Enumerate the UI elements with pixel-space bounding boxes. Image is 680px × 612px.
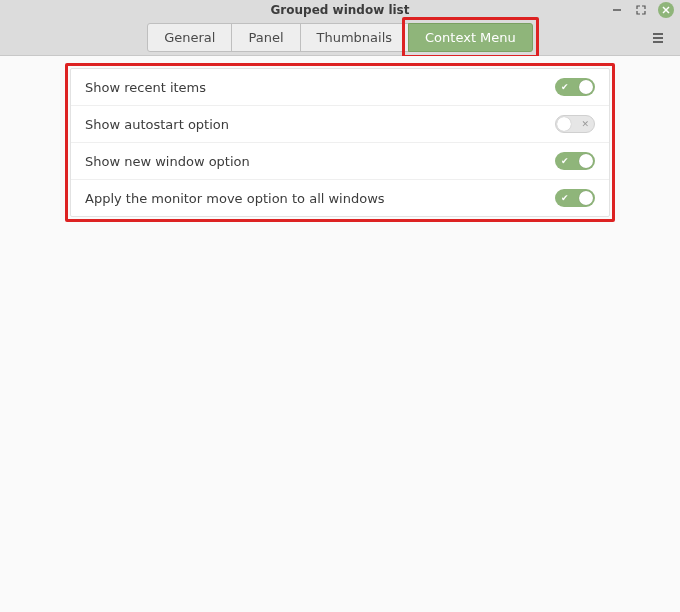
minimize-button[interactable] — [610, 3, 624, 17]
setting-label: Show recent items — [85, 80, 206, 95]
toggle-apply-monitor-move-all[interactable]: ✔ — [555, 189, 595, 207]
hamburger-menu-button[interactable] — [648, 28, 668, 48]
window-controls — [610, 2, 674, 18]
toggle-knob — [579, 80, 593, 94]
settings-panel: Show recent items ✔ Show autostart optio… — [70, 68, 610, 217]
close-button[interactable] — [658, 2, 674, 18]
cross-icon: ✕ — [581, 120, 589, 129]
tab-thumbnails[interactable]: Thumbnails — [300, 23, 410, 52]
toggle-show-new-window-option[interactable]: ✔ — [555, 152, 595, 170]
content-area: Show recent items ✔ Show autostart optio… — [0, 56, 680, 612]
setting-row-apply-monitor-move-all: Apply the monitor move option to all win… — [71, 180, 609, 216]
close-icon — [662, 6, 670, 14]
toggle-knob — [579, 191, 593, 205]
setting-label: Apply the monitor move option to all win… — [85, 191, 385, 206]
tab-panel[interactable]: Panel — [231, 23, 300, 52]
check-icon: ✔ — [561, 157, 569, 166]
check-icon: ✔ — [561, 194, 569, 203]
tab-general[interactable]: General — [147, 23, 232, 52]
toggle-knob — [579, 154, 593, 168]
setting-row-show-new-window-option: Show new window option ✔ — [71, 143, 609, 180]
tab-context-menu[interactable]: Context Menu — [408, 23, 533, 52]
window-title: Grouped window list — [271, 3, 410, 17]
setting-label: Show autostart option — [85, 117, 229, 132]
maximize-icon — [636, 5, 646, 15]
maximize-button[interactable] — [634, 3, 648, 17]
setting-row-show-autostart-option: Show autostart option ✕ — [71, 106, 609, 143]
check-icon: ✔ — [561, 83, 569, 92]
setting-row-show-recent-items: Show recent items ✔ — [71, 69, 609, 106]
hamburger-icon — [651, 31, 665, 45]
titlebar: Grouped window list — [0, 0, 680, 20]
setting-label: Show new window option — [85, 154, 250, 169]
toggle-show-recent-items[interactable]: ✔ — [555, 78, 595, 96]
tab-bar: General Panel Thumbnails Context Menu — [147, 23, 533, 52]
minimize-icon — [612, 5, 622, 15]
toggle-knob — [557, 117, 571, 131]
toolbar: General Panel Thumbnails Context Menu — [0, 20, 680, 56]
window: Grouped window list — [0, 0, 680, 612]
toggle-show-autostart-option[interactable]: ✕ — [555, 115, 595, 133]
